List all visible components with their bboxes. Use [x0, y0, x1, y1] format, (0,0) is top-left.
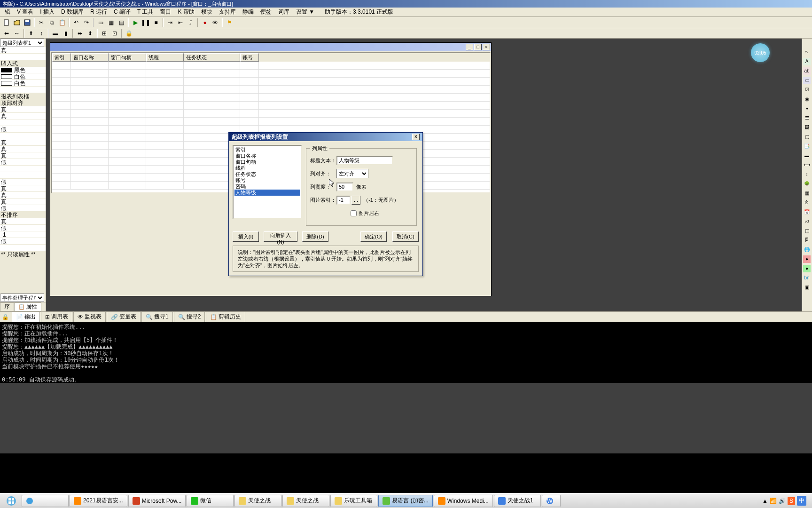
- tb-undo-icon[interactable]: ↶: [71, 18, 81, 27]
- tb-pause-icon[interactable]: ❚❚: [141, 18, 150, 27]
- tray-lang-icon[interactable]: 中: [797, 496, 806, 506]
- same-w-icon[interactable]: ⬌: [75, 29, 85, 38]
- menu-dict[interactable]: 词库: [275, 7, 292, 17]
- prop-row[interactable]: ** 只读属性 **: [0, 251, 46, 258]
- prop-row[interactable]: 真: [0, 47, 46, 54]
- task-button[interactable]: 2021易语言安...: [70, 495, 127, 507]
- tool-ocx-icon[interactable]: ◫: [803, 227, 811, 235]
- tb-stepover-icon[interactable]: ⇥: [165, 18, 175, 27]
- prop-row[interactable]: 假: [0, 179, 46, 185]
- prop-row[interactable]: 假: [0, 126, 46, 133]
- form-maximize-icon[interactable]: □: [474, 44, 482, 50]
- task-browser[interactable]: [22, 495, 69, 507]
- menu-run[interactable]: R 运行: [87, 7, 110, 17]
- tb-watch-icon[interactable]: 👁: [211, 18, 220, 27]
- tool-tab-icon[interactable]: 📑: [803, 142, 811, 151]
- prop-row[interactable]: 真: [0, 146, 46, 152]
- prop-row[interactable]: 真: [0, 152, 46, 159]
- tb-open-icon[interactable]: [12, 18, 22, 27]
- tb-code-icon[interactable]: ▤: [117, 18, 126, 27]
- tab-vars[interactable]: 🔗变量表: [107, 311, 141, 322]
- lv-column-header[interactable]: 线程: [146, 53, 184, 62]
- prop-row[interactable]: 真: [0, 139, 46, 146]
- prop-row[interactable]: [0, 87, 46, 93]
- prop-row[interactable]: 顶部对齐: [0, 100, 46, 106]
- column-list-item[interactable]: 任务状态: [234, 171, 300, 177]
- menu-compile[interactable]: C 编译: [111, 7, 133, 17]
- tool-check-icon[interactable]: ☑: [803, 86, 811, 94]
- tray-network-icon[interactable]: 📶: [770, 498, 777, 504]
- prop-row[interactable]: 白色: [0, 73, 46, 80]
- task-button[interactable]: 易语言 (加密...: [378, 495, 432, 507]
- tb-cut-icon[interactable]: ✂: [37, 18, 46, 27]
- prop-row[interactable]: 假: [0, 238, 46, 245]
- object-selector[interactable]: 超级列表框1: [0, 39, 44, 47]
- menu-database[interactable]: D 数据库: [58, 7, 86, 17]
- dist-h-icon[interactable]: ▬: [51, 29, 60, 38]
- delete-button[interactable]: 删除(D): [302, 231, 328, 242]
- task-button[interactable]: Windows Medi...: [434, 495, 493, 507]
- column-listbox[interactable]: 索引窗口名称窗口句柄线程任务状态账号密码人物等级: [233, 145, 302, 219]
- imgright-checkbox[interactable]: [351, 210, 357, 216]
- prop-row[interactable]: 不排序: [0, 212, 46, 218]
- tool-progress-icon[interactable]: ▬: [803, 151, 811, 160]
- tool-date-icon[interactable]: 📅: [803, 208, 811, 216]
- menu-static[interactable]: 静编: [240, 7, 257, 17]
- start-button[interactable]: [2, 494, 21, 508]
- menu-settings[interactable]: 设置 ▼: [293, 7, 317, 17]
- tb-help-icon[interactable]: ⚑: [225, 18, 234, 27]
- tray-up-icon[interactable]: ▲: [762, 498, 768, 504]
- column-list-item[interactable]: 账号: [234, 177, 300, 183]
- tab-find2[interactable]: 🔍搜寻2: [174, 311, 205, 322]
- tb-stop-icon[interactable]: ■: [151, 18, 161, 27]
- prop-row[interactable]: 白色: [0, 80, 46, 87]
- lv-row[interactable]: [52, 94, 490, 102]
- menu-insert[interactable]: I 插入: [37, 7, 57, 17]
- dist-v-icon[interactable]: ▮: [61, 29, 70, 38]
- tool-misc4-icon[interactable]: ▣: [803, 283, 811, 292]
- lv-column-header[interactable]: 任务状态: [184, 53, 240, 62]
- dialog-close-icon[interactable]: ×: [412, 134, 420, 140]
- prop-row[interactable]: 真: [0, 198, 46, 205]
- align-select[interactable]: 左对齐: [336, 169, 368, 178]
- task-wps[interactable]: W: [542, 495, 561, 507]
- align-center-icon[interactable]: ↔: [12, 29, 22, 38]
- output-console[interactable]: 提醒您：正在初始化插件系统... 提醒您：正在加载插件... 提醒您：加载插件完…: [0, 322, 812, 383]
- menu-notes[interactable]: 便签: [258, 7, 274, 17]
- lv-row[interactable]: [52, 102, 490, 110]
- imgidx-input[interactable]: [336, 196, 351, 205]
- tool-pointer-icon[interactable]: ↖: [803, 48, 811, 56]
- column-list-item[interactable]: 索引: [234, 147, 300, 153]
- menu-module[interactable]: 模块: [198, 7, 215, 17]
- insert-button[interactable]: 插入(I): [233, 231, 259, 242]
- tool-combo-icon[interactable]: ▾: [803, 104, 811, 113]
- tool-label-icon[interactable]: A: [803, 57, 811, 66]
- task-button[interactable]: Microsoft Pow...: [128, 495, 186, 507]
- tool-vcl-icon[interactable]: vcl: [803, 217, 811, 226]
- menu-lib[interactable]: 支持库: [216, 7, 239, 17]
- insert-after-button[interactable]: 向后插入(N): [264, 231, 297, 242]
- system-tray[interactable]: ▲ 📶 🔊 S 中: [758, 496, 810, 506]
- tool-timer-icon[interactable]: ⏱: [803, 198, 811, 207]
- lv-row[interactable]: [52, 118, 490, 126]
- prop-row[interactable]: [0, 245, 46, 251]
- prop-tab-program[interactable]: 序: [0, 302, 14, 311]
- task-button[interactable]: 天使之战: [234, 495, 281, 507]
- prop-row[interactable]: 真: [0, 185, 46, 192]
- prop-row[interactable]: [0, 166, 46, 172]
- ok-button[interactable]: 确定(O): [360, 231, 387, 242]
- tool-misc1-icon[interactable]: ●: [803, 255, 811, 263]
- tab-watch[interactable]: 👁监视表: [73, 311, 106, 322]
- tb-stepout-icon[interactable]: ⤴: [186, 18, 195, 27]
- tool-db-icon[interactable]: 🗄: [803, 236, 811, 245]
- tray-volume-icon[interactable]: 🔊: [779, 498, 786, 504]
- tool-image-icon[interactable]: 🖼: [803, 123, 811, 132]
- tb-save-icon[interactable]: [23, 18, 32, 27]
- tool-misc2-icon[interactable]: ●: [803, 264, 811, 273]
- tab-clip[interactable]: 📋剪辑历史: [206, 311, 245, 322]
- column-list-item[interactable]: 人物等级: [234, 190, 300, 196]
- prop-row[interactable]: 真: [0, 192, 46, 198]
- lv-column-header[interactable]: 窗口名称: [71, 53, 109, 62]
- lv-row[interactable]: [52, 86, 490, 94]
- prop-row[interactable]: 真: [0, 113, 46, 119]
